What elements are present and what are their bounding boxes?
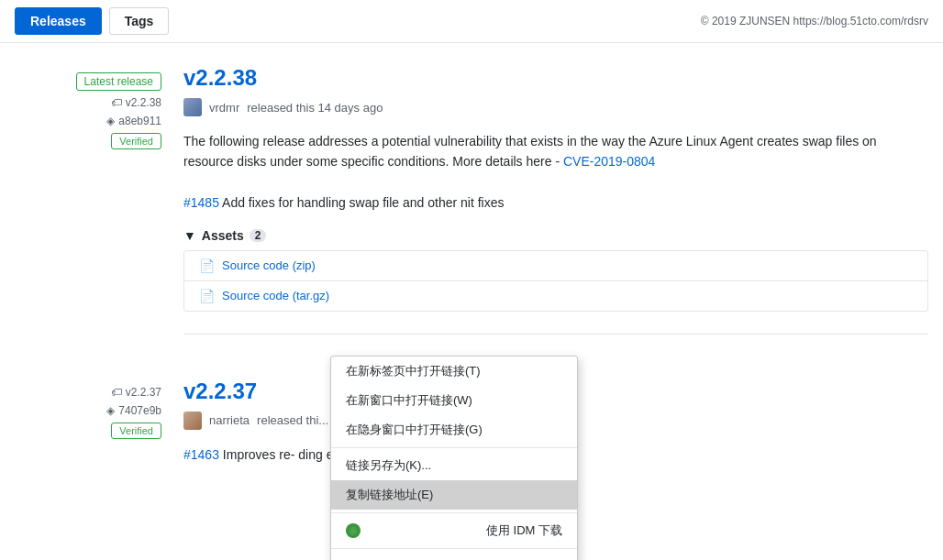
source-targz-link[interactable]: Source code (tar.gz) — [222, 289, 329, 302]
release-body-line1: The following release addresses a potent… — [183, 131, 928, 172]
avatar-1 — [183, 98, 202, 116]
cve-link[interactable]: CVE-2019-0804 — [563, 154, 655, 169]
file-icon-targz: 📄 — [199, 289, 215, 303]
source-zip-link[interactable]: Source code (zip) — [222, 258, 316, 272]
verified-badge-1: Verified — [111, 133, 161, 149]
ctx-separator-1 — [331, 447, 577, 448]
ctx-open-new-tab[interactable]: 在新标签页中打开链接(T) — [331, 357, 577, 386]
asset-item-targz[interactable]: 📄 Source code (tar.gz) — [184, 281, 927, 311]
release-sidebar-2: 🏷 v2.2.37 ◈ 7407e9b Verified — [15, 379, 161, 479]
release-title-1[interactable]: v2.2.38 — [183, 65, 928, 91]
watermark: © 2019 ZJUNSEN https://blog.51cto.com/rd… — [701, 15, 928, 27]
commit-hash-1: a8eb911 — [118, 115, 161, 127]
top-bar: Releases Tags © 2019 ZJUNSEN https://blo… — [0, 0, 943, 43]
release-commit-2: ◈ 7407e9b — [106, 404, 161, 417]
tag-label-1: v2.2.38 — [126, 96, 161, 109]
release-tag-1: 🏷 v2.2.38 — [111, 96, 161, 109]
ctx-open-incognito[interactable]: 在隐身窗口中打开链接(G) — [331, 415, 577, 445]
tag-icon-2: 🏷 — [111, 386, 122, 399]
issue-text-2: Improves re- — [223, 447, 295, 462]
issue-link-2[interactable]: #1463 — [183, 447, 219, 462]
meta-text-1: released this 14 days ago — [247, 101, 383, 115]
release-meta-1: vrdmr released this 14 days ago — [183, 98, 928, 116]
author-1[interactable]: vrdmr — [209, 101, 239, 115]
release-description-1: The following release addresses a potent… — [183, 131, 928, 214]
verified-badge-2: Verified — [111, 423, 161, 439]
release-section-1: Latest release 🏷 v2.2.38 ◈ a8eb911 Verif… — [0, 43, 943, 357]
commit-hash-2: 7407e9b — [118, 404, 161, 417]
release-commit-1: ◈ a8eb911 — [106, 115, 161, 127]
file-icon-zip: 📄 — [199, 258, 215, 273]
tags-tab[interactable]: Tags — [109, 7, 170, 35]
issue-text-1: Add fixes for handling swap file and oth… — [222, 195, 504, 210]
author-2[interactable]: narrieta — [209, 413, 250, 427]
avatar-2 — [183, 412, 202, 430]
release-sidebar-1: Latest release 🏷 v2.2.38 ◈ a8eb911 Verif… — [15, 65, 161, 335]
context-menu: 在新标签页中打开链接(T) 在新窗口中打开链接(W) 在隐身窗口中打开链接(G)… — [330, 356, 578, 479]
issue-link-1[interactable]: #1485 — [183, 195, 219, 210]
assets-list-1: 📄 Source code (zip) 📄 Source code (tar.g… — [183, 250, 928, 312]
meta-text-2: released thi... — [257, 413, 328, 427]
assets-count-1: 2 — [250, 229, 267, 242]
commit-icon-2: ◈ — [106, 404, 115, 417]
ctx-save-link[interactable]: 链接另存为(K)... — [331, 451, 577, 479]
asset-item-zip[interactable]: 📄 Source code (zip) — [184, 251, 927, 281]
releases-tab[interactable]: Releases — [15, 7, 102, 35]
assets-section-1: ▼ Assets 2 📄 Source code (zip) 📄 Source … — [183, 228, 928, 312]
assets-label-1: Assets — [202, 228, 244, 243]
commit-icon-1: ◈ — [106, 115, 115, 127]
tag-label-2: v2.2.37 — [126, 386, 161, 399]
latest-release-badge: Latest release — [76, 72, 161, 91]
release-body-1: v2.2.38 vrdmr released this 14 days ago … — [183, 65, 928, 335]
release-tag-2: 🏷 v2.2.37 — [111, 386, 161, 399]
tag-icon: 🏷 — [111, 96, 122, 109]
triangle-icon: ▼ — [183, 228, 196, 243]
release-body-line2: #1485 Add fixes for handling swap file a… — [183, 192, 928, 213]
ctx-open-new-window[interactable]: 在新窗口中打开链接(W) — [331, 386, 577, 415]
assets-header-1: ▼ Assets 2 — [183, 228, 928, 243]
